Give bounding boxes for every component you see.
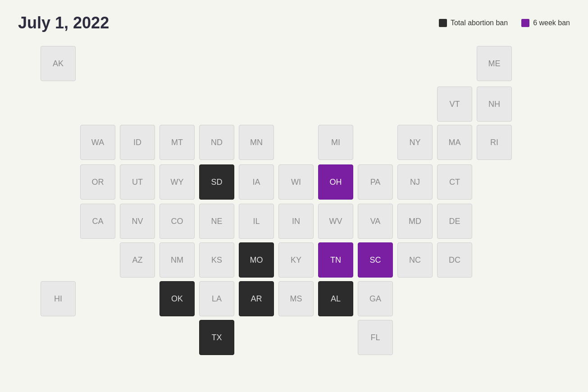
state-ne: NE	[199, 204, 234, 239]
page-title: July 1, 2022	[18, 14, 109, 32]
six-week-swatch	[521, 19, 529, 27]
state-ct: CT	[437, 164, 472, 200]
state-nc: NC	[397, 242, 433, 278]
state-ca: CA	[80, 204, 115, 239]
state-tn: TN	[318, 242, 353, 278]
legend-total-ban: Total abortion ban	[439, 19, 508, 27]
state-il: IL	[239, 204, 274, 239]
state-ms: MS	[278, 281, 314, 316]
state-nh: NH	[477, 87, 512, 122]
state-co: CO	[160, 204, 195, 239]
map-grid: AKMEVTNHWAIDMTNDMNMINYMARIORUTWYSDIAWIOH…	[18, 46, 570, 370]
state-vt: VT	[437, 87, 472, 122]
state-al: AL	[318, 281, 353, 316]
six-week-label: 6 week ban	[533, 19, 570, 27]
total-ban-swatch	[439, 19, 447, 27]
state-sd: SD	[199, 164, 234, 200]
state-mn: MN	[239, 125, 274, 160]
state-nm: NM	[160, 242, 195, 278]
page: July 1, 2022 Total abortion ban 6 week b…	[0, 0, 588, 392]
state-fl: FL	[358, 320, 393, 355]
state-ri: RI	[477, 125, 512, 160]
state-ar: AR	[239, 281, 274, 316]
state-wa: WA	[80, 125, 115, 160]
state-ks: KS	[199, 242, 234, 278]
state-wi: WI	[278, 164, 314, 200]
state-me: ME	[477, 46, 512, 81]
state-oh: OH	[318, 164, 353, 200]
state-ma: MA	[437, 125, 472, 160]
state-in: IN	[278, 204, 314, 239]
state-dc: DC	[437, 242, 472, 278]
state-ky: KY	[278, 242, 314, 278]
state-or: OR	[80, 164, 115, 200]
state-va: VA	[358, 204, 393, 239]
state-pa: PA	[358, 164, 393, 200]
state-nv: NV	[120, 204, 155, 239]
state-ga: GA	[358, 281, 393, 316]
state-hi: HI	[41, 281, 76, 316]
state-ok: OK	[160, 281, 195, 316]
state-sc: SC	[358, 242, 393, 278]
state-az: AZ	[120, 242, 155, 278]
state-ak: AK	[41, 46, 76, 81]
header: July 1, 2022 Total abortion ban 6 week b…	[18, 14, 570, 32]
state-mi: MI	[318, 125, 353, 160]
state-mt: MT	[160, 125, 195, 160]
legend: Total abortion ban 6 week ban	[439, 19, 570, 27]
legend-6week-ban: 6 week ban	[521, 19, 570, 27]
state-la: LA	[199, 281, 234, 316]
state-nd: ND	[199, 125, 234, 160]
state-md: MD	[397, 204, 433, 239]
state-de: DE	[437, 204, 472, 239]
state-wy: WY	[160, 164, 195, 200]
state-wv: WV	[318, 204, 353, 239]
state-tx: TX	[199, 320, 234, 355]
state-ny: NY	[397, 125, 433, 160]
state-nj: NJ	[397, 164, 433, 200]
state-id: ID	[120, 125, 155, 160]
state-ia: IA	[239, 164, 274, 200]
total-ban-label: Total abortion ban	[451, 19, 508, 27]
state-mo: MO	[239, 242, 274, 278]
state-ut: UT	[120, 164, 155, 200]
